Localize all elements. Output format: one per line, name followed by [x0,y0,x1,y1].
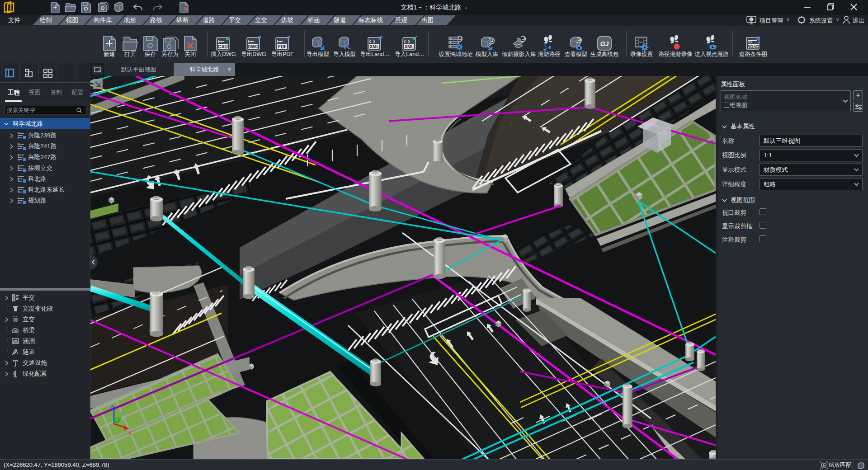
svg-text:X: X [128,430,132,437]
svg-text:Z: Z [110,404,113,410]
svg-text:Y: Y [120,411,124,417]
